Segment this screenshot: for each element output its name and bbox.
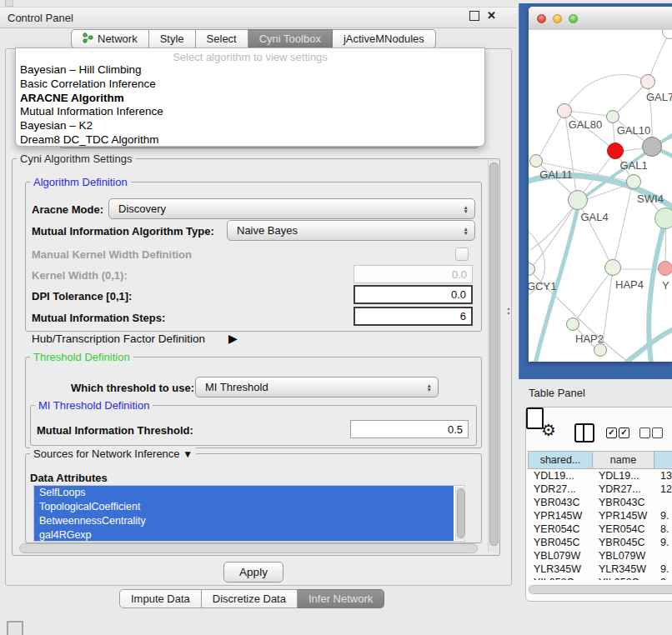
algorithm-option-mutual-information-inference[interactable]: Mutual Information Inference	[16, 105, 484, 119]
tab-jactivemnodules[interactable]: jActiveMNodules	[333, 29, 436, 48]
table-cell: 13	[654, 470, 672, 482]
column-header-extra[interactable]	[654, 451, 672, 469]
attribute-item-topologicalcoefficient[interactable]: TopologicalCoefficient	[34, 500, 454, 514]
table-row[interactable]: YBL079WYBL079W	[528, 549, 672, 562]
node-label-y: Y	[662, 279, 672, 292]
node-label-swi4: SWI4	[627, 192, 672, 205]
table-cell: 9.	[654, 537, 672, 548]
mi-threshold-value: 0.5	[448, 423, 463, 436]
tab-select[interactable]: Select	[196, 29, 248, 48]
mi-type-label: Mutual Information Algorithm Type:	[32, 225, 214, 238]
node-y[interactable]	[658, 261, 672, 276]
table-cell: YBR045C	[528, 537, 593, 548]
checked-box-icon[interactable]: ✓	[606, 428, 617, 438]
manual-kernel-checkbox[interactable]	[455, 248, 469, 261]
tab-infer-network[interactable]: Infer Network	[298, 589, 384, 608]
table-hscrollbar[interactable]	[528, 585, 672, 593]
column-header-name[interactable]: name	[593, 451, 654, 469]
dpi-tolerance-value: 0.0	[451, 288, 466, 301]
tab-style[interactable]: Style	[149, 29, 196, 48]
node-swi4[interactable]	[654, 208, 672, 229]
node-gal1[interactable]	[626, 174, 641, 189]
which-threshold-combobox[interactable]: MI Threshold ▲▼	[195, 377, 439, 398]
table-panel-title: Table Panel	[529, 387, 585, 399]
table-cell: YPR145W	[528, 510, 593, 522]
table-panel-box: ⚙ ✓ ✓ shared...name YDL19...YDL19...13YD…	[525, 407, 672, 602]
node-unlabeled[interactable]	[642, 137, 662, 157]
node-gal80[interactable]	[557, 103, 572, 118]
apply-button[interactable]: Apply	[223, 562, 283, 582]
node-gal11[interactable]	[529, 154, 543, 168]
mi-threshold-field[interactable]: 0.5	[350, 420, 469, 438]
collapse-arrow-icon[interactable]: ▼	[183, 448, 193, 460]
mi-threshold-label: Mutual Information Threshold:	[37, 424, 193, 437]
tab-network[interactable]: Network	[71, 29, 149, 48]
combo-stepper-icon: ▲▼	[464, 204, 469, 213]
tab-discretize-data[interactable]: Discretize Data	[202, 589, 298, 608]
table-row[interactable]: YDL19...YDL19...13	[528, 469, 672, 482]
dock-icon[interactable]	[7, 621, 23, 635]
table-row[interactable]: YBR045CYBR045C9.	[528, 536, 672, 549]
attr-list-scrollbar-thumb[interactable]	[457, 488, 465, 538]
tab-label: Discretize Data	[213, 592, 286, 605]
attr-list-scrollbar[interactable]	[455, 487, 465, 540]
mi-steps-field[interactable]: 6	[354, 307, 473, 326]
which-threshold-label: Which threshold to use:	[71, 382, 194, 394]
minimize-traffic-light-icon[interactable]	[553, 14, 562, 23]
data-attributes-list[interactable]: SelfLoopsTopologicalCoefficientBetweenne…	[33, 485, 465, 542]
kernel-width-field[interactable]: 0.0	[354, 265, 473, 283]
node-unlabeled[interactable]	[607, 142, 624, 159]
node-hap2[interactable]	[566, 318, 579, 331]
network-canvas[interactable]: GAL7GAL80GAL10GAL1GAL11SWI4GAL4GCY1HAP4Y…	[529, 30, 672, 362]
attribute-item-gal4rgexp[interactable]: gal4RGexp	[34, 528, 454, 542]
algorithm-option-dream8-dc-tdc-algorithm[interactable]: Dream8 DC_TDC Algorithm	[16, 133, 484, 148]
table-cell: YDL19...	[528, 470, 593, 482]
table-cell: 12	[654, 483, 672, 495]
settings-hscrollbar-thumb[interactable]	[19, 543, 478, 553]
settings-scrollbar-thumb[interactable]	[489, 162, 499, 546]
table-row[interactable]: YLR345WYLR345W9.	[528, 562, 672, 576]
table-row[interactable]: YER054CYER054C8.	[528, 522, 672, 536]
float-window-icon[interactable]	[469, 11, 479, 21]
column-header-shared[interactable]: shared...	[528, 451, 593, 469]
node-label-gal80: GAL80	[562, 118, 609, 131]
algorithm-option-bayesian-hill-climbing[interactable]: Bayesian – Hill Climbing	[16, 63, 484, 78]
node-label-hap2: HAP2	[566, 332, 613, 345]
table-hscrollbar-thumb[interactable]	[529, 585, 672, 594]
node-gal10[interactable]	[606, 110, 619, 123]
checked-box-icon[interactable]: ✓	[619, 428, 629, 438]
panel-splitter[interactable]	[506, 307, 511, 315]
unchecked-box-icon[interactable]	[639, 428, 650, 438]
expand-arrow-icon[interactable]: ▶	[228, 332, 238, 345]
column-view-icon[interactable]	[574, 423, 594, 442]
gear-icon[interactable]: ⚙	[541, 422, 556, 438]
close-icon[interactable]: ✕	[487, 11, 496, 20]
tab-impute-data[interactable]: Impute Data	[119, 589, 202, 608]
table-row[interactable]: YPR145WYPR145W9.	[528, 509, 672, 522]
dpi-tolerance-field[interactable]: 0.0	[354, 285, 473, 304]
zoom-traffic-light-icon[interactable]	[569, 14, 578, 23]
attribute-item-betweennesscentrality[interactable]: BetweennessCentrality	[34, 514, 454, 528]
attribute-item-selfloops[interactable]: SelfLoops	[34, 486, 454, 500]
network-window-titlebar[interactable]	[529, 7, 672, 31]
node-gal7[interactable]	[640, 74, 655, 89]
algorithm-option-aracne-algorithm[interactable]: ARACNE Algorithm	[16, 92, 484, 106]
node-label-gcy1: GCY1	[529, 280, 567, 292]
table-row[interactable]: YIL052CYIL052C9	[528, 576, 672, 580]
node-hap4[interactable]	[604, 259, 621, 276]
unchecked-box-icon[interactable]	[652, 428, 663, 438]
algorithm-option-basic-correlation-inference[interactable]: Basic Correlation Inference	[16, 78, 484, 92]
aracne-mode-combobox[interactable]: Discovery ▲▼	[108, 198, 475, 219]
settings-hscrollbar[interactable]	[18, 543, 479, 552]
node-gal4[interactable]	[568, 190, 588, 210]
tab-cyni-toolbox[interactable]: Cyni Toolbox	[248, 29, 333, 48]
table-row[interactable]: YDR27...YDR27...12	[528, 482, 672, 496]
mi-type-value: Naive Bayes	[237, 224, 298, 237]
close-traffic-light-icon[interactable]	[537, 14, 546, 23]
table-row[interactable]: YBR043CYBR043C	[528, 496, 672, 509]
cyni-settings-title: Cyni Algorithm Settings	[17, 152, 135, 165]
settings-scrollbar[interactable]	[488, 160, 499, 552]
node-unlabeled[interactable]	[594, 343, 607, 357]
mi-type-combobox[interactable]: Naive Bayes ▲▼	[227, 220, 475, 241]
algorithm-option-bayesian-k2[interactable]: Bayesian – K2	[16, 119, 484, 133]
